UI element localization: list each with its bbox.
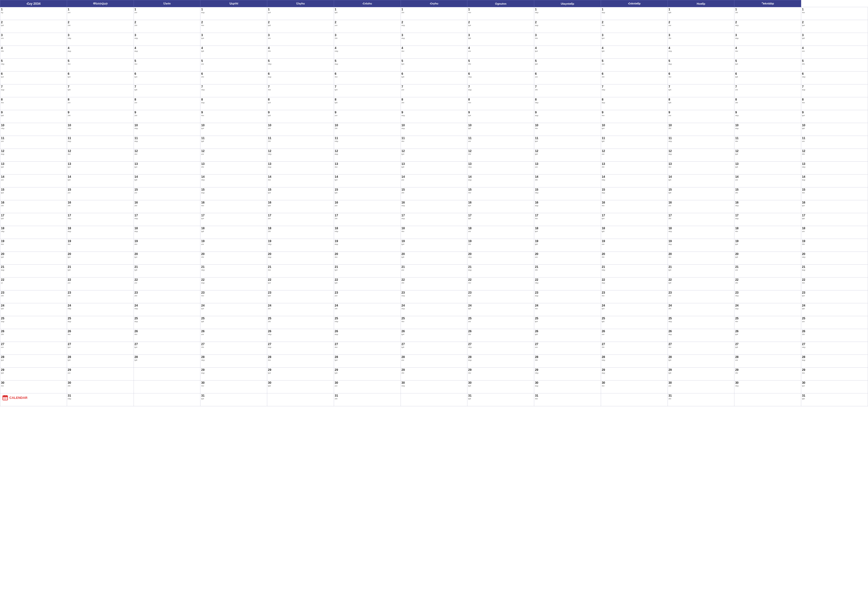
day-sub-col12-25: znr bbox=[802, 320, 867, 323]
day-number-col3-9: 9 bbox=[201, 111, 266, 114]
day-label-20: 20tp6 bbox=[0, 252, 67, 265]
day-number-col1-30: 30 bbox=[68, 381, 133, 384]
day-number-col3-14: 14 bbox=[201, 175, 266, 179]
day-sub-col8-22: ntrp bbox=[535, 282, 600, 284]
day-sub-col2-18: dup bbox=[135, 230, 200, 233]
day-number-col10-14: 14 bbox=[668, 175, 734, 179]
day-sub-col4-10: znr bbox=[268, 127, 333, 129]
cell-row30-col5: 30znr bbox=[334, 381, 401, 393]
day-sub-col6-20: tp6 bbox=[401, 256, 467, 258]
day-sub-col5-3: 2hl bbox=[335, 37, 400, 39]
day-number-col8-14: 14 bbox=[535, 175, 600, 179]
cell-row5-col6: 5tp4 bbox=[401, 59, 467, 72]
day-number-col12-11: 11 bbox=[802, 137, 867, 140]
day-sub-col7-28: dup bbox=[468, 359, 533, 361]
day-number-col7-12: 12 bbox=[468, 149, 533, 153]
cell-row18-col12: 18znr bbox=[801, 226, 868, 239]
day-sub-col6-3: dup bbox=[401, 37, 467, 39]
day-number-col9-8: 8 bbox=[602, 98, 667, 101]
calendar-row-9: 9tp692hl92hl94nr9tp69znr9ntrp9tp49dup94n… bbox=[0, 110, 868, 123]
day-sub-col1-30: 2hl bbox=[68, 385, 133, 387]
cell-row20-col3: 202hl bbox=[200, 252, 267, 265]
day-sub-col11-5: tp4 bbox=[735, 63, 800, 65]
calendar-row-8: 84nr8znr8znr8dup8tp48tp682hl84nr8ntrp8du… bbox=[0, 97, 868, 110]
day-sub-col0-29: tp6 bbox=[1, 372, 66, 374]
cell-row30-col4: 30tp6 bbox=[267, 381, 334, 393]
day-number-col9-18: 18 bbox=[602, 227, 667, 230]
day-number-col10-18: 18 bbox=[668, 227, 734, 230]
cell-row24-col11: 24dup bbox=[735, 303, 801, 316]
day-label-28: 28tp4 bbox=[0, 355, 67, 368]
cell-row9-col12: 9tp4 bbox=[801, 110, 868, 123]
cell-row18-col9: 18tp6 bbox=[601, 226, 668, 239]
day-sub-col5-5: dup bbox=[335, 63, 400, 65]
day-sub-col7-19: 2hl bbox=[468, 243, 533, 246]
cell-row22-col11: 222hl bbox=[735, 278, 801, 291]
cell-row27-col7: 27ntrp bbox=[467, 342, 534, 355]
day-number-col3-26: 26 bbox=[201, 330, 266, 333]
day-sub-col4-11: 2hl bbox=[268, 140, 333, 142]
day-number-col7-18: 18 bbox=[468, 227, 533, 230]
day-number-col5-28: 28 bbox=[335, 355, 400, 359]
cell-row26-col11: 26tp4 bbox=[735, 329, 801, 342]
cell-row28-col10: 28tp4 bbox=[668, 355, 735, 368]
day-sub-col7-3: tp6 bbox=[468, 37, 533, 39]
cell-row21-col1: 21tp6 bbox=[67, 265, 133, 278]
cell-row2-col10: 2znr bbox=[668, 20, 735, 33]
day-sub-col3-22: dup bbox=[201, 282, 266, 284]
day-number-col10-3: 3 bbox=[668, 33, 734, 37]
day-number-col6-12: 12 bbox=[401, 149, 467, 153]
day-number-col4-21: 21 bbox=[268, 265, 333, 269]
day-sub-col7-22: 4nr bbox=[468, 282, 533, 284]
day-number-col0-1: 1 bbox=[1, 8, 66, 11]
cell-row12-col7: 122hl bbox=[467, 149, 534, 162]
day-number-col9-4: 4 bbox=[602, 46, 667, 50]
header-jun: Հnyhu bbox=[401, 0, 467, 7]
cell-row11-col2: 11dup bbox=[133, 136, 200, 149]
day-label-12: 12dup bbox=[0, 149, 67, 162]
day-sub-col5-17: 2hl bbox=[335, 218, 400, 219]
cell-row3-col11: 3dup bbox=[735, 33, 801, 46]
day-number-col12-8: 8 bbox=[802, 98, 867, 101]
day-sub-col12-2: tp4 bbox=[802, 24, 867, 26]
day-number-col10-26: 26 bbox=[668, 330, 734, 333]
day-sub-col1-14: tp6 bbox=[68, 179, 133, 181]
day-sub-col9-13: 2hl bbox=[602, 166, 667, 168]
day-number-col5-14: 14 bbox=[335, 175, 400, 179]
cell-row29-col10: 29tp6 bbox=[668, 368, 735, 381]
day-sub-col12-21: dup bbox=[802, 269, 867, 271]
day-sub-col10-10: 2hl bbox=[668, 127, 734, 129]
day-sub-col11-25: 4nr bbox=[735, 320, 800, 323]
cell-row11-col3: 11tp6 bbox=[200, 136, 267, 149]
day-number-col7-2: 2 bbox=[468, 20, 533, 24]
cell-row22-col3: 22dup bbox=[200, 278, 267, 291]
cell-row6-col9: 62hl bbox=[601, 72, 668, 84]
day-number-col5-4: 4 bbox=[335, 46, 400, 50]
day-number-col7-9: 9 bbox=[468, 111, 533, 114]
calendar-row-10: 10ntrp10ntrp10ntrp10tp410znr102hl10dup10… bbox=[0, 123, 868, 136]
cell-row21-col8: 212hl bbox=[534, 265, 601, 278]
cell-row26-col5: 26dup bbox=[334, 329, 401, 342]
day-sub-col0-30: 4nr bbox=[1, 385, 66, 387]
cell-row14-col7: 14dup bbox=[467, 174, 534, 187]
day-number-col10-24: 24 bbox=[668, 304, 734, 307]
day-label-25: 25dup bbox=[0, 316, 67, 329]
day-sub-col12-29: 4nr bbox=[802, 372, 867, 374]
day-number-col3-11: 11 bbox=[201, 137, 266, 140]
calendar-row-29: 29tp629znr29dup29tp429tp6292hl294nr29ntr… bbox=[0, 368, 868, 381]
cell-row14-col2: 14tp6 bbox=[133, 174, 200, 187]
calendar-body: 1try1znr1znr1dup1tp41tp612hl14nr1ntrp1du… bbox=[0, 7, 868, 406]
day-sub-col1-25: dup bbox=[68, 320, 133, 323]
day-number-col8-29: 29 bbox=[535, 368, 600, 372]
calendar-table: Հuy 2034 Փետրվար Մartn Ապrihl Մayhu Հnlu… bbox=[0, 0, 868, 406]
day-sub-col7-18: znr bbox=[468, 230, 533, 233]
cell-row24-col9: 24tp4 bbox=[601, 303, 668, 316]
day-sub-col3-24: tp4 bbox=[201, 308, 266, 310]
cell-row27-col11: 27tp6 bbox=[735, 342, 801, 355]
day-number-col6-22: 22 bbox=[401, 278, 467, 281]
day-sub-col3-31: tp4 bbox=[201, 398, 266, 400]
cell-row25-col5: 25ntrp bbox=[334, 316, 401, 329]
day-sub-col4-21: 4nr bbox=[268, 269, 333, 271]
cell-row12-col1: 124nr bbox=[67, 149, 133, 162]
day-sub-col4-25: 2hl bbox=[268, 320, 333, 323]
